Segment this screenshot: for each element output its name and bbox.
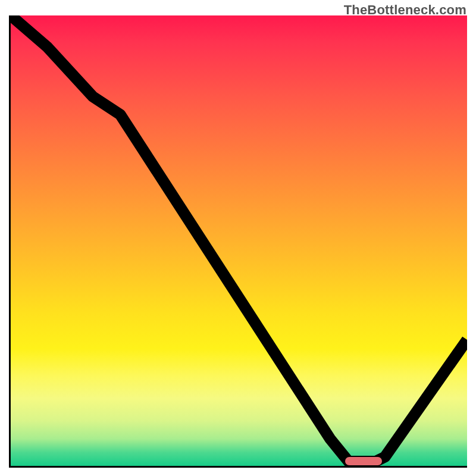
optimal-range-marker — [345, 457, 382, 465]
bottleneck-curve — [11, 15, 467, 461]
plot-frame — [9, 15, 467, 468]
curve-svg — [11, 15, 467, 466]
